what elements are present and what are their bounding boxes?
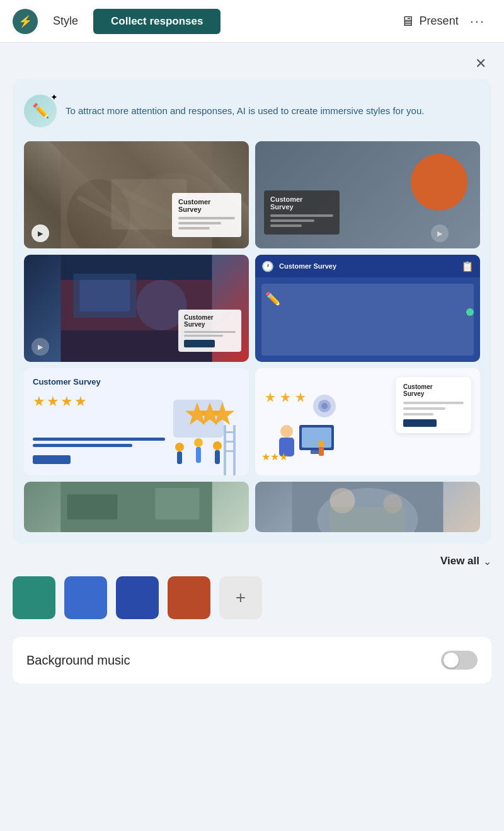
- chevron-down-icon: ⌄: [483, 555, 491, 567]
- card-5-button-shape: [33, 455, 71, 464]
- card-2-circle: [411, 154, 467, 211]
- card-2-play-button[interactable]: ▶: [431, 224, 449, 242]
- card-6-line-2: [403, 407, 445, 410]
- svg-point-20: [213, 441, 222, 450]
- card-4-content-area: [261, 284, 474, 356]
- top-nav: ⚡ Style Collect responses 🖥 Present ···: [0, 0, 504, 43]
- svg-rect-36: [302, 427, 331, 448]
- toggle-knob: [444, 653, 459, 668]
- svg-rect-21: [215, 450, 220, 464]
- view-all-row: View all ⌄: [13, 555, 491, 567]
- svg-rect-48: [330, 507, 406, 532]
- card-2-line-2: [270, 219, 314, 222]
- card-2-overlay: CustomerSurvey: [264, 190, 340, 235]
- svg-marker-29: [295, 392, 306, 402]
- card-1-line-2: [178, 222, 221, 224]
- card-6-title: CustomerSurvey: [403, 383, 464, 397]
- list-icon: 📋: [461, 260, 474, 272]
- style-card-1[interactable]: CustomerSurvey ▶: [24, 141, 249, 248]
- svg-rect-17: [177, 451, 182, 464]
- card-3-title: CustomerSurvey: [184, 314, 236, 328]
- svg-rect-9: [80, 280, 130, 311]
- card-4-header: 🕐 Customer Survey 📋: [255, 255, 480, 277]
- collect-responses-button[interactable]: Collect responses: [93, 9, 220, 34]
- color-swatch-rust[interactable]: [168, 576, 210, 619]
- card-3-play-button[interactable]: ▶: [32, 338, 49, 356]
- status-dot: [466, 308, 474, 316]
- card-5-illustration: [161, 387, 249, 475]
- pencil-icon: ✏️: [32, 103, 49, 119]
- svg-point-33: [280, 425, 293, 438]
- svg-rect-25: [224, 441, 236, 443]
- card-2-line-3: [270, 224, 302, 227]
- view-all-button[interactable]: View all: [440, 555, 479, 567]
- style-card-4[interactable]: 🕐 Customer Survey 📋 ✏️: [255, 255, 480, 362]
- ai-banner: ✏️ ✦ To attract more attention and respo…: [24, 92, 480, 130]
- card-1-overlay: CustomerSurvey: [172, 193, 241, 237]
- style-card-8[interactable]: [255, 482, 480, 532]
- background-music-row: Background music: [13, 637, 491, 683]
- color-swatch-blue[interactable]: [64, 576, 107, 619]
- present-nav-item[interactable]: 🖥 Present: [401, 13, 459, 30]
- card-5-line-1: [33, 438, 165, 441]
- card-7-bg-svg: [24, 482, 249, 532]
- card-5-line-2: [33, 444, 132, 447]
- card-3-overlay: CustomerSurvey: [178, 310, 241, 352]
- card-2-title: CustomerSurvey: [270, 195, 333, 211]
- style-card-5[interactable]: Customer Survey ★★★★: [24, 368, 249, 475]
- card-8-bg-svg: [255, 482, 480, 532]
- card-6-stars: ★★★: [261, 451, 288, 463]
- style-card-2[interactable]: CustomerSurvey ▶: [255, 141, 480, 248]
- monitor-icon: 🖥: [401, 13, 415, 30]
- card-3-button-shape: [184, 340, 215, 347]
- card-6-button-shape: [403, 419, 437, 427]
- svg-rect-42: [67, 494, 118, 520]
- card-6-overlay: CustomerSurvey: [396, 377, 471, 433]
- clock-icon: 🕐: [261, 260, 274, 272]
- card-3-line-2: [184, 335, 223, 337]
- card-5-stars: ★★★★: [33, 393, 88, 410]
- main-content: ✕ ✏️ ✦ To attract more attention and res…: [0, 43, 504, 831]
- style-card-6[interactable]: CustomerSurvey ★★★: [255, 368, 480, 475]
- ai-banner-text: To attract more attention and responses,…: [66, 104, 424, 119]
- card-4-header-title: Customer Survey: [279, 262, 456, 270]
- ai-icon: ✏️ ✦: [24, 95, 57, 127]
- app-logo: ⚡: [13, 9, 38, 34]
- style-card-3[interactable]: CustomerSurvey ▶: [24, 255, 249, 362]
- svg-marker-28: [280, 392, 290, 402]
- background-music-toggle[interactable]: [441, 651, 478, 670]
- add-color-button[interactable]: +: [219, 576, 262, 619]
- card-2-line-1: [270, 214, 333, 217]
- card-6-line-3: [403, 413, 433, 416]
- styles-grid: CustomerSurvey ▶ CustomerSurvey ▶: [24, 141, 480, 532]
- card-1-play-button[interactable]: ▶: [32, 224, 49, 242]
- svg-rect-24: [224, 431, 236, 433]
- more-menu-button[interactable]: ···: [464, 11, 491, 32]
- close-row: ✕: [13, 53, 491, 74]
- card-1-title: CustomerSurvey: [178, 198, 235, 213]
- sparkle-icon: ✦: [50, 92, 58, 102]
- svg-rect-43: [156, 488, 200, 520]
- card-6-line-1: [403, 402, 464, 404]
- card-1-line-1: [178, 217, 235, 219]
- svg-point-32: [321, 403, 328, 409]
- svg-rect-26: [224, 450, 236, 452]
- color-swatch-navy[interactable]: [116, 576, 159, 619]
- close-button[interactable]: ✕: [470, 53, 491, 74]
- card-5-title: Customer Survey: [33, 377, 101, 386]
- svg-rect-39: [319, 447, 324, 456]
- logo-icon: ⚡: [18, 15, 32, 28]
- color-swatches: +: [13, 576, 491, 619]
- svg-point-38: [318, 441, 324, 447]
- card-3-line-1: [184, 331, 236, 333]
- styles-panel: ✏️ ✦ To attract more attention and respo…: [13, 79, 491, 543]
- card-5-lines: [33, 438, 198, 450]
- svg-marker-27: [265, 392, 275, 402]
- style-nav-item[interactable]: Style: [43, 9, 88, 33]
- pencil-icon-card4: ✏️: [265, 291, 281, 306]
- card-1-line-3: [178, 227, 210, 230]
- color-swatch-teal[interactable]: [13, 576, 55, 619]
- style-card-7[interactable]: [24, 482, 249, 532]
- background-music-label: Background music: [26, 653, 130, 668]
